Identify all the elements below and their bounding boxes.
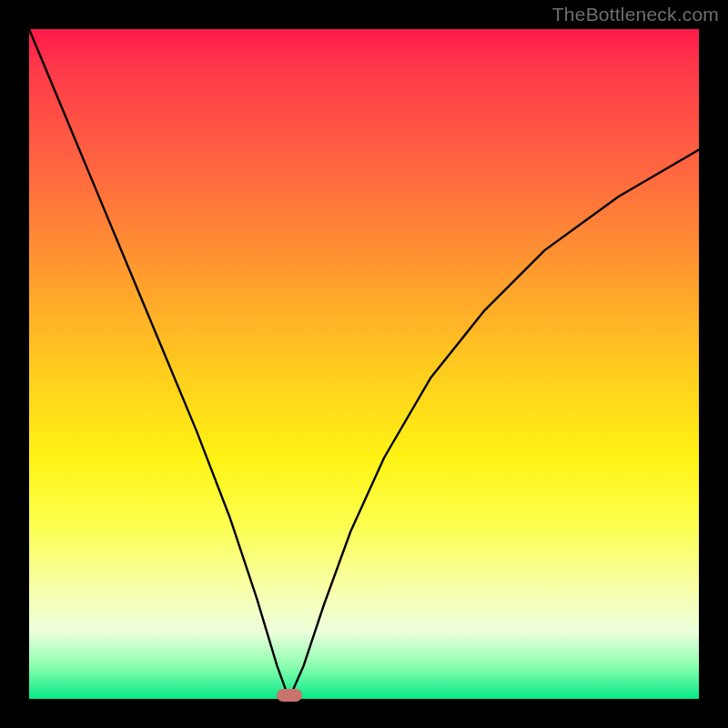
optimum-marker bbox=[277, 689, 302, 702]
plot-area bbox=[29, 29, 699, 699]
bottleneck-curve bbox=[29, 29, 699, 699]
chart-frame: TheBottleneck.com bbox=[0, 0, 728, 728]
watermark-text: TheBottleneck.com bbox=[552, 4, 719, 25]
